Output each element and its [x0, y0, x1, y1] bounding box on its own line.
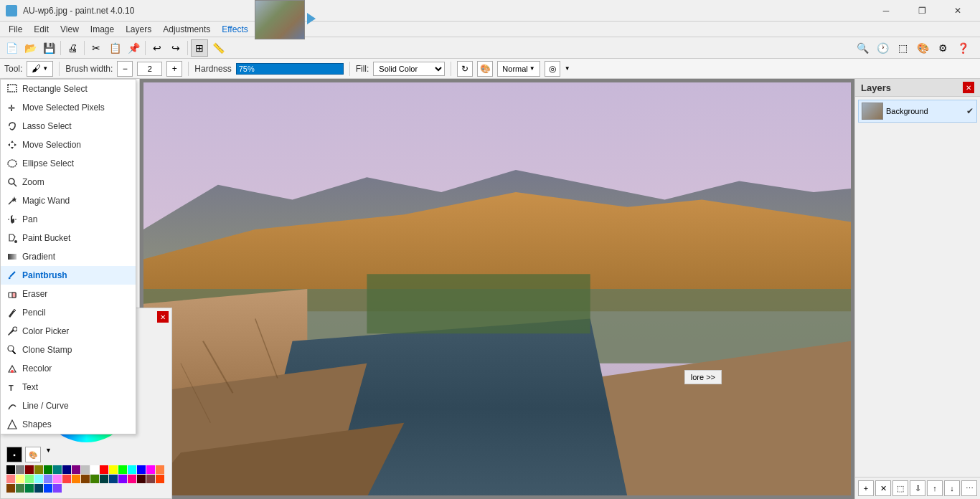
more-button[interactable]: lore >>	[684, 370, 722, 384]
brush-width-input[interactable]	[137, 62, 162, 76]
tool-text[interactable]: T Text	[1, 378, 136, 396]
menu-effects[interactable]: Effects	[216, 23, 253, 36]
add-layer-button[interactable]: +	[858, 480, 874, 496]
palette-black-btn[interactable]: ▪	[6, 447, 22, 462]
layers-view-button[interactable]: ⬚	[894, 39, 911, 57]
palette-color-swatch[interactable]	[90, 475, 99, 483]
palette-color-swatch[interactable]	[118, 465, 127, 474]
delete-layer-button[interactable]: ✕	[875, 480, 891, 496]
rotate-button[interactable]: ↻	[457, 61, 473, 77]
layer-properties-button[interactable]: ⋯	[961, 480, 977, 496]
palette-color-swatch[interactable]	[34, 465, 43, 474]
palette-color-swatch[interactable]	[81, 475, 90, 483]
palette-color-swatch[interactable]	[156, 465, 164, 474]
palette-color-swatch[interactable]	[62, 465, 71, 474]
merge-layer-button[interactable]: ⇩	[910, 480, 925, 496]
cut-button[interactable]: ✂	[88, 39, 105, 57]
help-button[interactable]: ❓	[954, 39, 971, 57]
tool-rectangle-select[interactable]: Rectangle Select	[1, 80, 136, 98]
tool-ellipse-select[interactable]: Ellipse Select	[1, 154, 136, 173]
canvas-area[interactable]: lore >>	[140, 79, 854, 499]
zoom-out-button[interactable]: 🔍	[854, 39, 871, 57]
layers-close-button[interactable]: ✕	[963, 82, 974, 93]
layer-item-background[interactable]: Background ✔	[858, 100, 977, 123]
tool-pencil[interactable]: Pencil	[1, 303, 136, 322]
move-up-button[interactable]: ↑	[927, 480, 943, 496]
palette-color-swatch[interactable]	[100, 475, 108, 483]
palette-color-swatch[interactable]	[156, 475, 164, 483]
open-button[interactable]: 📂	[22, 39, 39, 57]
opacity-button[interactable]: ◎	[545, 61, 560, 77]
colors-button[interactable]: 🎨	[914, 39, 931, 57]
maximize-button[interactable]: ❐	[905, 0, 938, 22]
tool-paint-bucket[interactable]: Paint Bucket	[1, 229, 136, 247]
tool-recolor[interactable]: Recolor	[1, 359, 136, 378]
palette-color-swatch[interactable]	[25, 465, 34, 474]
palette-color-swatch[interactable]	[6, 465, 15, 474]
palette-color-swatch[interactable]	[100, 465, 108, 474]
minimize-button[interactable]: ─	[870, 0, 903, 22]
palette-color-swatch[interactable]	[25, 475, 34, 483]
palette-color-swatch[interactable]	[128, 475, 136, 483]
palette-color-swatch[interactable]	[25, 484, 34, 493]
menu-image[interactable]: Image	[85, 23, 120, 36]
duplicate-layer-button[interactable]: ⬚	[892, 480, 908, 496]
palette-color-swatch[interactable]	[6, 475, 15, 483]
tool-eraser[interactable]: Eraser	[1, 285, 136, 303]
palette-color-swatch[interactable]	[44, 475, 52, 483]
palette-color-swatch[interactable]	[146, 465, 155, 474]
blend-mode-selector[interactable]: Normal ▼	[497, 61, 540, 77]
palette-color-swatch[interactable]	[137, 465, 146, 474]
new-button[interactable]: 📄	[3, 39, 20, 57]
tool-magic-wand[interactable]: Magic Wand	[1, 191, 136, 210]
tool-color-picker[interactable]: Color Picker	[1, 322, 136, 341]
grid-button[interactable]: ⊞	[191, 39, 208, 57]
palette-color-swatch[interactable]	[16, 465, 24, 474]
tool-pan[interactable]: Pan	[1, 210, 136, 229]
palette-arrow[interactable]: ▼	[45, 447, 52, 462]
palette-color-swatch[interactable]	[109, 465, 118, 474]
tool-clone-stamp[interactable]: Clone Stamp	[1, 341, 136, 359]
palette-color-swatch[interactable]	[34, 484, 43, 493]
tool-selector[interactable]: 🖌 ▼	[27, 61, 53, 77]
tool-shapes[interactable]: Shapes	[1, 415, 136, 434]
brush-width-minus[interactable]: −	[117, 61, 133, 77]
palette-color-swatch[interactable]	[81, 465, 90, 474]
palette-color-swatch[interactable]	[53, 465, 62, 474]
ruler-button[interactable]: 📏	[209, 39, 227, 57]
copy-button[interactable]: 📋	[106, 39, 123, 57]
paste-button[interactable]: 📌	[125, 39, 142, 57]
move-down-button[interactable]: ↓	[944, 480, 960, 496]
palette-color-swatch[interactable]	[146, 475, 155, 483]
print-button[interactable]: 🖨	[64, 39, 81, 57]
palette-color-swatch[interactable]	[53, 484, 62, 493]
tool-gradient[interactable]: Gradient	[1, 247, 136, 266]
palette-color-swatch[interactable]	[44, 484, 52, 493]
tool-move-selected-pixels[interactable]: ✛ Move Selected Pixels	[1, 98, 136, 117]
menu-view[interactable]: View	[55, 23, 85, 36]
hardness-bar[interactable]: 75%	[236, 63, 344, 75]
palette-color-swatch[interactable]	[90, 465, 99, 474]
menu-adjustments[interactable]: Adjustments	[157, 23, 216, 36]
palette-color-btn[interactable]: 🎨	[25, 447, 41, 462]
palette-color-swatch[interactable]	[72, 465, 80, 474]
menu-edit[interactable]: Edit	[28, 23, 55, 36]
palette-color-swatch[interactable]	[6, 484, 15, 493]
palette-color-swatch[interactable]	[128, 465, 136, 474]
tool-line-curve[interactable]: Line / Curve	[1, 396, 136, 415]
close-button[interactable]: ✕	[941, 0, 974, 22]
tool-zoom[interactable]: Zoom	[1, 173, 136, 191]
history-button[interactable]: 🕐	[874, 39, 891, 57]
settings-button[interactable]: ⚙	[934, 39, 951, 57]
palette-color-swatch[interactable]	[137, 475, 146, 483]
fill-select[interactable]: Solid Color Transparent No Outline	[373, 62, 445, 76]
palette-button[interactable]: 🎨	[477, 61, 493, 77]
layer-visibility-background[interactable]: ✔	[966, 106, 974, 116]
palette-color-swatch[interactable]	[109, 475, 118, 483]
tool-move-selection[interactable]: Move Selection	[1, 136, 136, 154]
palette-color-swatch[interactable]	[44, 465, 52, 474]
save-button[interactable]: 💾	[40, 39, 57, 57]
palette-color-swatch[interactable]	[118, 475, 127, 483]
menu-file[interactable]: File	[3, 23, 28, 36]
palette-color-swatch[interactable]	[16, 475, 24, 483]
